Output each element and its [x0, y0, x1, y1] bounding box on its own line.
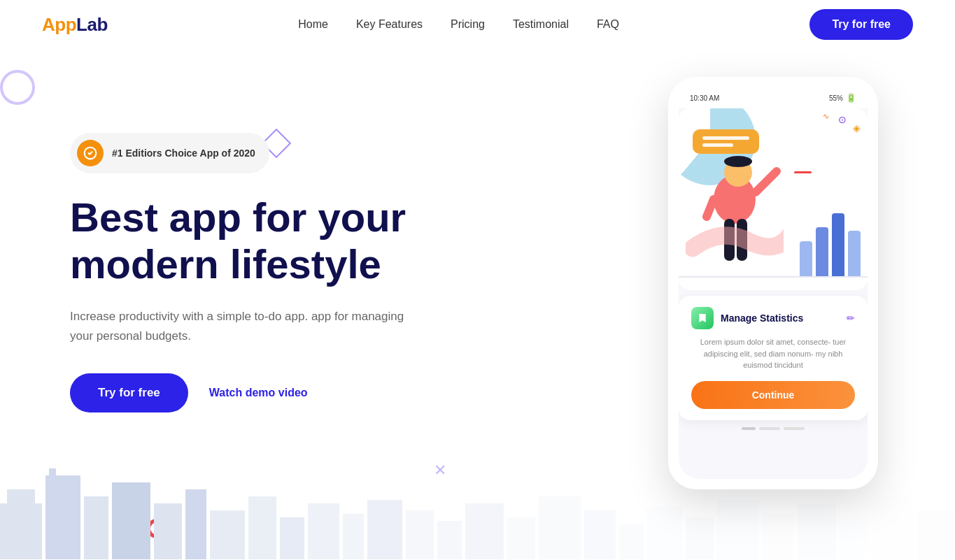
svg-rect-18	[248, 496, 276, 559]
bar-3	[832, 213, 844, 276]
phone-dots	[679, 427, 868, 433]
hero-buttons: Try for free Watch demo video	[70, 373, 626, 412]
svg-rect-23	[406, 510, 434, 559]
pencil-icon: ✏	[847, 313, 855, 324]
chart-indicator	[794, 171, 812, 173]
svg-rect-12	[49, 468, 56, 479]
bar-4	[848, 231, 861, 276]
nav-home[interactable]: Home	[298, 18, 328, 30]
svg-rect-11	[45, 475, 80, 559]
svg-rect-21	[343, 514, 364, 559]
nav-cta-button[interactable]: Try for free	[809, 9, 913, 40]
svg-rect-32	[717, 500, 759, 559]
svg-rect-36	[871, 496, 913, 559]
badge-icon	[77, 140, 104, 166]
hero-left: #1 Editiors Choice App of 2020 Best app …	[70, 91, 626, 412]
person-figure	[686, 136, 784, 290]
hero-phone-section: 10:30 AM 55% 🔋	[626, 77, 920, 489]
svg-line-4	[756, 171, 777, 192]
svg-rect-30	[647, 507, 682, 559]
svg-point-3	[724, 156, 752, 167]
phone-signal-text: 55%	[829, 94, 843, 102]
phone-battery-icon: 🔋	[846, 93, 856, 103]
deco-circle-icon: ⊙	[838, 114, 847, 125]
svg-rect-24	[437, 521, 462, 559]
phone-card-text: Lorem ipsum dolor sit amet, consecte- tu…	[691, 336, 855, 371]
svg-rect-10	[7, 489, 35, 503]
phone-mockup: 10:30 AM 55% 🔋	[668, 77, 878, 489]
svg-rect-33	[763, 514, 794, 559]
svg-rect-9	[0, 503, 42, 559]
dot-1	[742, 427, 756, 430]
svg-marker-8	[699, 314, 705, 322]
svg-rect-29	[619, 524, 644, 559]
phone-card-title: Manage Statistics	[721, 313, 840, 324]
phone-wrapper: 10:30 AM 55% 🔋	[668, 77, 878, 489]
svg-rect-13	[84, 496, 108, 559]
svg-rect-14	[112, 482, 150, 559]
phone-screen: 10:30 AM 55% 🔋	[679, 87, 868, 479]
svg-rect-26	[507, 517, 535, 559]
logo: AppLab	[42, 14, 108, 36]
dot-3	[784, 427, 805, 430]
nav-key-features[interactable]: Key Features	[356, 18, 423, 30]
hero-cta-primary[interactable]: Try for free	[70, 373, 188, 412]
phone-continue-button[interactable]: Continue	[691, 381, 855, 409]
svg-rect-37	[917, 510, 955, 559]
hero-title: Best app for your modern lifestyle	[70, 194, 448, 287]
nav-links: Home Key Features Pricing Testimonial FA…	[298, 18, 619, 31]
purple-ring-deco	[0, 70, 35, 105]
hero-section: ✕ #1 Editiors Choice App of 2020 Best ap…	[0, 49, 955, 559]
phone-card-icon	[691, 307, 714, 329]
bar-1	[800, 241, 812, 276]
hero-description: Increase productivity with a simple to-d…	[70, 307, 420, 345]
svg-rect-27	[539, 496, 581, 559]
svg-rect-20	[308, 503, 339, 559]
nav-faq[interactable]: FAQ	[597, 18, 619, 30]
deco-squiggle: ∿	[823, 112, 829, 121]
svg-rect-17	[210, 510, 245, 559]
phone-card: Manage Statistics ✏ Lorem ipsum dolor si…	[679, 296, 868, 420]
svg-rect-19	[280, 517, 304, 559]
svg-rect-22	[367, 500, 402, 559]
dot-2	[759, 427, 780, 430]
nav-testimonial[interactable]: Testimonial	[513, 18, 569, 30]
phone-time: 10:30 AM	[690, 94, 719, 102]
phone-status-bar: 10:30 AM 55% 🔋	[679, 87, 868, 108]
svg-rect-25	[465, 503, 504, 559]
svg-rect-35	[840, 517, 868, 559]
hero-cta-secondary[interactable]: Watch demo video	[209, 387, 308, 399]
badge-text: #1 Editiors Choice App of 2020	[112, 148, 255, 159]
svg-rect-34	[798, 503, 836, 559]
deco-triangle-icon: ◈	[853, 122, 861, 134]
logo-app: App	[42, 14, 76, 35]
svg-line-5	[707, 199, 714, 217]
nav-pricing[interactable]: Pricing	[451, 18, 485, 30]
phone-card-header: Manage Statistics ✏	[691, 307, 855, 329]
navbar: AppLab Home Key Features Pricing Testimo…	[0, 0, 955, 49]
svg-rect-28	[584, 510, 616, 559]
svg-rect-16	[185, 489, 206, 559]
phone-illustration-area: ⊙ ◈ ∿	[679, 108, 868, 290]
logo-lab: Lab	[76, 14, 108, 35]
bar-2	[816, 227, 828, 276]
svg-rect-31	[686, 517, 714, 559]
bar-chart	[800, 213, 861, 276]
phone-status-icons: 55% 🔋	[829, 93, 856, 103]
svg-rect-15	[154, 503, 182, 559]
hero-badge: #1 Editiors Choice App of 2020	[70, 133, 269, 173]
